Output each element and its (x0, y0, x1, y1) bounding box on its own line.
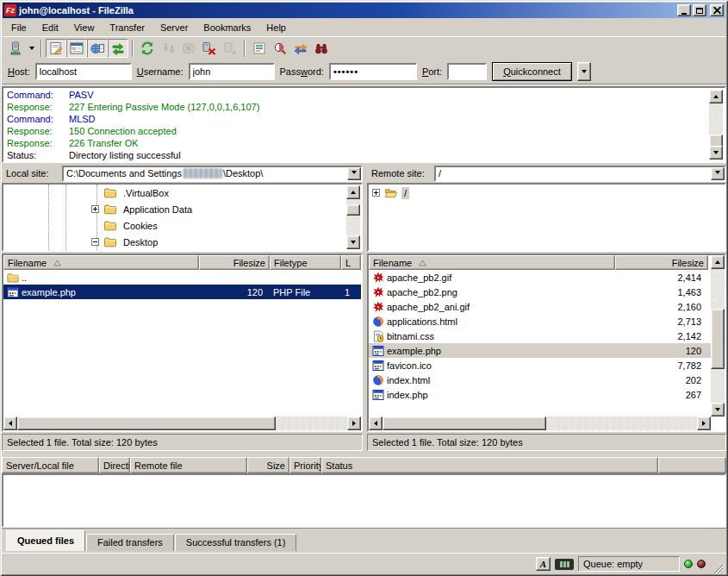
find-files-button[interactable] (311, 39, 332, 58)
refresh-button[interactable] (137, 39, 158, 58)
site-manager-button[interactable] (5, 39, 26, 58)
toggle-queue-button[interactable] (108, 39, 128, 58)
queue-column-status[interactable]: Status (321, 457, 658, 473)
column-header-filename[interactable]: Filename (369, 255, 615, 270)
speed-limit-icon[interactable] (555, 559, 574, 570)
file-row-index-html[interactable]: index.html202 (369, 373, 725, 387)
remote-selection-status: Selected 1 file. Total size: 120 bytes (372, 437, 523, 448)
disconnect-icon (202, 41, 216, 55)
menu-bookmarks[interactable]: Bookmarks (196, 20, 258, 35)
queue-column-priority[interactable]: Priority (289, 457, 321, 473)
port-input[interactable] (447, 63, 487, 80)
disconnect-button[interactable] (199, 39, 220, 58)
filename-cell: applications.html (369, 314, 615, 329)
file-row-example-php[interactable]: example.php120PHP File1 (3, 285, 361, 299)
filezilla-window: Fz john@localhost - FileZilla FileEditVi… (0, 0, 728, 576)
expander-plus-icon[interactable] (91, 205, 103, 213)
minimize-button[interactable] (677, 4, 691, 16)
remote-site-dropdown-button[interactable] (711, 167, 725, 180)
tab-successful-transfers-1[interactable]: Successful transfers (1) (175, 534, 297, 551)
local-site-dropdown-button[interactable] (347, 167, 361, 180)
scroll-down-button[interactable] (711, 403, 725, 416)
file-row-index-php[interactable]: index.php267 (369, 387, 725, 402)
tree-item-application-data[interactable]: Application Data (3, 201, 361, 217)
queue-column-filler (658, 457, 726, 473)
menu-help[interactable]: Help (258, 20, 294, 35)
scrollbar-thumb[interactable] (346, 204, 360, 216)
local-file-list: FilenameFilesizeFiletypeL ..example.php1… (2, 254, 363, 432)
queue-status-text: Queue: empty (583, 559, 643, 569)
filter-button[interactable] (249, 39, 270, 58)
column-header-label: Filetype (274, 258, 308, 268)
file-row-apache-pb2-png[interactable]: apache_pb2.png1,463 (369, 285, 725, 299)
resize-grip-icon[interactable] (712, 562, 724, 574)
dropdown-arrow-icon (582, 70, 587, 76)
menu-view[interactable]: View (66, 20, 103, 35)
expander-minus-icon[interactable] (91, 238, 103, 246)
scrollbar-thumb[interactable] (711, 309, 725, 369)
close-button[interactable] (710, 4, 724, 16)
remote-list-scrollbar[interactable] (711, 255, 725, 416)
queue-column-size[interactable]: Size (247, 457, 289, 473)
queue-column-remote-file[interactable]: Remote file (130, 457, 247, 473)
ascii-data-type-icon[interactable]: A (536, 557, 551, 571)
host-input[interactable] (35, 63, 132, 80)
toggle-local-tree-button[interactable] (66, 39, 87, 58)
log-scrollbar[interactable] (709, 90, 723, 160)
file-row-apache-pb2-gif[interactable]: apache_pb2.gif2,414 (369, 270, 725, 285)
scroll-up-button[interactable] (346, 185, 360, 199)
directory-comparison-button[interactable] (270, 39, 290, 58)
menu-transfer[interactable]: Transfer (102, 20, 152, 35)
local-site-combo[interactable]: C:\Documents and Settings\Desktop\ (62, 166, 363, 182)
queue-column-server-local-file[interactable]: Server/Local file (2, 457, 99, 473)
synchronized-browsing-button[interactable] (290, 39, 311, 58)
scroll-left-button[interactable] (369, 416, 383, 430)
scroll-left-button[interactable] (3, 416, 17, 430)
expander-plus-icon[interactable] (372, 189, 384, 197)
column-header-l[interactable]: L (341, 255, 361, 270)
remote-horizontal-scrollbar[interactable] (369, 416, 711, 430)
tab-queued-files[interactable]: Queued files (6, 530, 85, 551)
column-header-filename[interactable]: Filename (3, 255, 199, 270)
file-row-[interactable]: .. (3, 270, 361, 285)
column-header-filesize[interactable]: Filesize (615, 255, 708, 270)
toggle-message-log-button[interactable] (46, 39, 66, 58)
tree-item-root[interactable]: / (369, 185, 725, 201)
tab-failed-transfers[interactable]: Failed transfers (86, 534, 174, 551)
scroll-right-button[interactable] (697, 416, 711, 430)
scroll-up-button[interactable] (709, 90, 723, 103)
tree-item-virtualbox[interactable]: .VirtualBox (3, 185, 361, 201)
scrollbar-thumb[interactable] (383, 416, 546, 430)
tree-item-desktop[interactable]: Desktop (3, 234, 361, 250)
tree-item-cookies[interactable]: Cookies (3, 217, 361, 234)
maximize-button[interactable] (693, 4, 706, 16)
quickconnect-button[interactable]: Quickconnect (492, 62, 572, 81)
cancel-icon (182, 41, 196, 55)
file-row-bitnami-css[interactable]: bitnami.css2,142 (369, 329, 725, 343)
menu-file[interactable]: File (3, 20, 34, 35)
password-input[interactable] (329, 63, 417, 80)
scroll-down-button[interactable] (709, 146, 723, 160)
local-site-label: Local site: (2, 168, 62, 178)
quickconnect-dropdown-button[interactable] (577, 62, 591, 81)
toggle-remote-tree-button[interactable] (87, 39, 108, 58)
column-header-filetype[interactable]: Filetype (270, 255, 341, 270)
file-row-applications-html[interactable]: applications.html2,713 (369, 314, 725, 329)
file-row-favicon-ico[interactable]: favicon.ico7,782 (369, 358, 725, 373)
menu-edit[interactable]: Edit (34, 20, 66, 35)
file-row-example-php[interactable]: example.php120 (369, 343, 725, 358)
remote-site-combo[interactable]: / (434, 166, 726, 182)
queue-column-directi[interactable]: Directi... (99, 457, 130, 473)
scroll-up-button[interactable] (711, 255, 725, 269)
menu-server[interactable]: Server (152, 20, 196, 35)
scrollbar-thumb[interactable] (17, 416, 276, 430)
site-manager-dropdown-button[interactable] (26, 39, 37, 58)
column-header-filesize[interactable]: Filesize (199, 255, 270, 270)
local-tree-scrollbar[interactable] (346, 185, 360, 249)
file-row-apache-pb2-ani-gif[interactable]: apache_pb2_ani.gif2,160 (369, 299, 725, 314)
local-horizontal-scrollbar[interactable] (3, 416, 361, 430)
scroll-right-button[interactable] (347, 416, 361, 430)
username-input[interactable] (189, 63, 275, 80)
scroll-down-button[interactable] (346, 235, 360, 249)
column-header-label: Filename (8, 258, 47, 268)
